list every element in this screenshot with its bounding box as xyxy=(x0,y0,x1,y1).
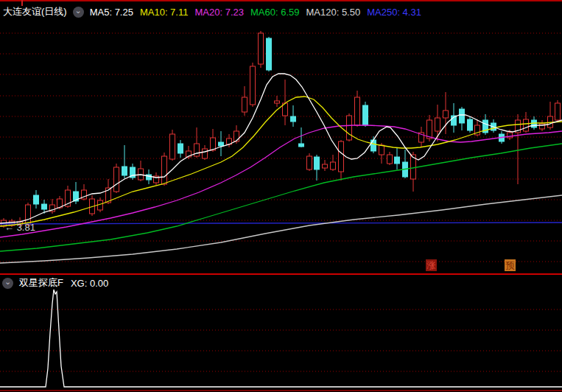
left-arrow-icon: ← xyxy=(4,222,14,233)
ma250-label: MA250: 4.31 xyxy=(367,7,421,18)
stock-title: 大连友谊(日线) xyxy=(3,5,67,18)
ma60-label: MA60: 6.59 xyxy=(250,7,300,18)
ma20-label: MA20: 7.23 xyxy=(194,7,244,18)
ma10-label: MA10: 7.11 xyxy=(140,7,189,18)
ma5-label: MA5: 7.25 xyxy=(90,7,133,18)
chevron-down-icon[interactable]: ⌄ xyxy=(73,7,84,18)
price-level-value: 3.81 xyxy=(17,222,35,233)
ma120-label: MA120: 5.50 xyxy=(306,7,360,18)
stock-chart-window: 大连友谊(日线) ⌄ MA5: 7.25 MA10: 7.11 MA20: 7.… xyxy=(0,0,562,392)
main-chart-header: 大连友谊(日线) ⌄ MA5: 7.25 MA10: 7.11 MA20: 7.… xyxy=(3,5,428,18)
chart-canvas xyxy=(0,0,562,392)
chevron-down-icon[interactable]: ⌄ xyxy=(2,278,13,289)
rise-signal-badge: 涨 xyxy=(426,259,437,271)
price-level-marker: ← 3.81 xyxy=(4,222,35,233)
sub-chart-header: ⌄ 双星探底F XG: 0.00 xyxy=(2,276,108,290)
indicator-name: 双星探底F xyxy=(19,276,63,290)
indicator-value: XG: 0.00 xyxy=(71,278,108,289)
forecast-signal-badge: 预 xyxy=(505,259,516,271)
